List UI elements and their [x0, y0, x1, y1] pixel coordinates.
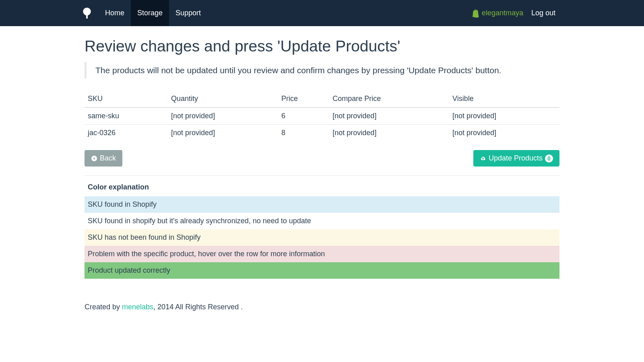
shop-link[interactable]: elegantmaya: [471, 9, 523, 18]
update-count-badge: 0: [545, 154, 553, 162]
info-callout: The products will not be updated until y…: [85, 62, 559, 78]
cell-price: 6: [278, 107, 329, 125]
cell-sku: jac-0326: [85, 125, 168, 142]
back-button[interactable]: Back: [85, 150, 122, 167]
col-qty: Quantity: [168, 90, 278, 107]
cell-visible: [not provided]: [449, 125, 559, 142]
button-row: Back Update Products 0: [85, 150, 559, 176]
legend-found: SKU found in Shopify: [85, 196, 559, 213]
legend-title: Color explanation: [88, 183, 559, 191]
table-row[interactable]: same-sku [not provided] 6 [not provided]…: [85, 107, 559, 125]
products-table: SKU Quantity Price Compare Price Visible…: [85, 90, 559, 141]
cloud-upload-icon: [480, 155, 486, 162]
table-row[interactable]: jac-0326 [not provided] 8 [not provided]…: [85, 125, 559, 142]
footer-suffix: , 2014 All Rights Reserved .: [153, 303, 243, 311]
arrow-left-circle-icon: [91, 155, 97, 162]
page-title: Review changes and press 'Update Product…: [85, 37, 559, 55]
main-container: Review changes and press 'Update Product…: [0, 37, 644, 311]
logout-link[interactable]: Log out: [531, 9, 612, 17]
legend-synced: SKU found in shopify but it's already sy…: [85, 213, 559, 229]
cell-qty: [not provided]: [168, 125, 278, 142]
footer-prefix: Created by: [85, 303, 122, 311]
footer: Created by menelabs, 2014 All Rights Res…: [85, 303, 559, 311]
table-header-row: SKU Quantity Price Compare Price Visible: [85, 90, 559, 107]
legend-not-found: SKU has not been found in Shopify: [85, 229, 559, 246]
shop-name: elegantmaya: [482, 9, 523, 17]
cell-sku: same-sku: [85, 107, 168, 125]
cell-price: 8: [278, 125, 329, 142]
col-sku: SKU: [85, 90, 168, 107]
nav-storage[interactable]: Storage: [131, 0, 169, 26]
cell-qty: [not provided]: [168, 107, 278, 125]
cell-compare: [not provided]: [329, 107, 449, 125]
nav-home[interactable]: Home: [99, 0, 131, 26]
legend-problem: Problem with the specific product, hover…: [85, 246, 559, 262]
shopify-icon: [471, 9, 479, 18]
nav-right: elegantmaya Log out: [471, 0, 612, 26]
navbar: Home Storage Support elegantmaya Log out: [0, 0, 644, 26]
update-products-label: Update Products: [489, 154, 543, 162]
footer-link[interactable]: menelabs: [122, 303, 153, 311]
col-price: Price: [278, 90, 329, 107]
tree-icon: [82, 7, 92, 20]
update-products-button[interactable]: Update Products 0: [473, 150, 559, 167]
nav-left: Home Storage Support: [80, 0, 207, 26]
cell-compare: [not provided]: [329, 125, 449, 142]
svg-rect-1: [86, 14, 88, 19]
nav-support[interactable]: Support: [169, 0, 207, 26]
col-visible: Visible: [449, 90, 559, 107]
cell-visible: [not provided]: [449, 107, 559, 125]
brand-logo[interactable]: [80, 0, 99, 26]
back-button-label: Back: [100, 154, 116, 162]
legend-updated: Product updated correctly: [85, 262, 559, 279]
col-compare: Compare Price: [329, 90, 449, 107]
